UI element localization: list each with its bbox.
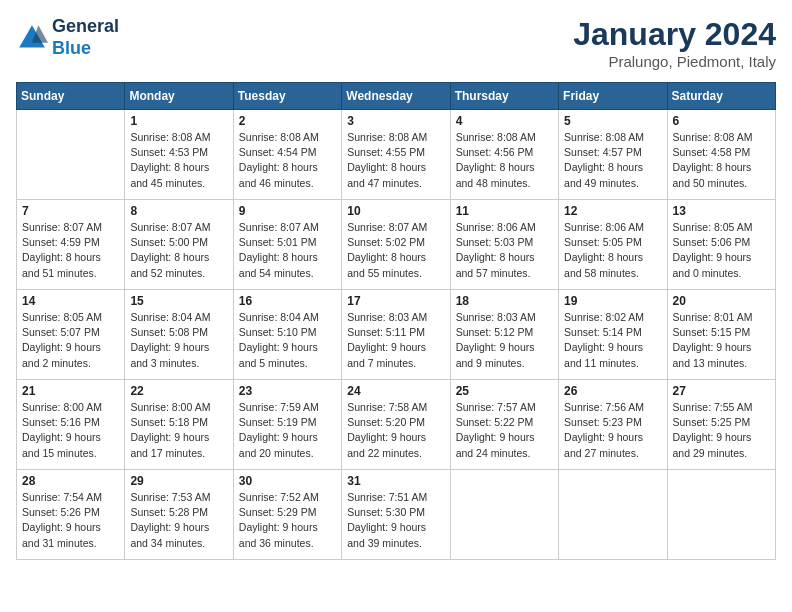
sunset-text: Sunset: 5:10 PM [239, 326, 317, 338]
calendar-cell: 8Sunrise: 8:07 AMSunset: 5:00 PMDaylight… [125, 200, 233, 290]
day-info: Sunrise: 7:59 AMSunset: 5:19 PMDaylight:… [239, 400, 336, 461]
sunrise-text: Sunrise: 8:00 AM [22, 401, 102, 413]
calendar-header-sunday: Sunday [17, 83, 125, 110]
calendar-table: SundayMondayTuesdayWednesdayThursdayFrid… [16, 82, 776, 560]
day-info: Sunrise: 7:56 AMSunset: 5:23 PMDaylight:… [564, 400, 661, 461]
sunrise-text: Sunrise: 8:08 AM [347, 131, 427, 143]
calendar-cell: 6Sunrise: 8:08 AMSunset: 4:58 PMDaylight… [667, 110, 775, 200]
day-number: 8 [130, 204, 227, 218]
calendar-cell: 9Sunrise: 8:07 AMSunset: 5:01 PMDaylight… [233, 200, 341, 290]
calendar-cell: 19Sunrise: 8:02 AMSunset: 5:14 PMDayligh… [559, 290, 667, 380]
calendar-cell: 22Sunrise: 8:00 AMSunset: 5:18 PMDayligh… [125, 380, 233, 470]
daylight-text: Daylight: 9 hours and 31 minutes. [22, 521, 101, 548]
day-number: 30 [239, 474, 336, 488]
day-number: 10 [347, 204, 444, 218]
sunrise-text: Sunrise: 8:06 AM [456, 221, 536, 233]
sunrise-text: Sunrise: 8:08 AM [130, 131, 210, 143]
sunrise-text: Sunrise: 7:58 AM [347, 401, 427, 413]
daylight-text: Daylight: 9 hours and 34 minutes. [130, 521, 209, 548]
calendar-cell [559, 470, 667, 560]
day-info: Sunrise: 8:07 AMSunset: 5:01 PMDaylight:… [239, 220, 336, 281]
daylight-text: Daylight: 9 hours and 13 minutes. [673, 341, 752, 368]
day-info: Sunrise: 8:02 AMSunset: 5:14 PMDaylight:… [564, 310, 661, 371]
day-number: 29 [130, 474, 227, 488]
day-info: Sunrise: 8:07 AMSunset: 4:59 PMDaylight:… [22, 220, 119, 281]
calendar-header-friday: Friday [559, 83, 667, 110]
day-info: Sunrise: 8:05 AMSunset: 5:07 PMDaylight:… [22, 310, 119, 371]
sunrise-text: Sunrise: 8:08 AM [456, 131, 536, 143]
calendar-cell: 16Sunrise: 8:04 AMSunset: 5:10 PMDayligh… [233, 290, 341, 380]
sunrise-text: Sunrise: 8:04 AM [239, 311, 319, 323]
sunrise-text: Sunrise: 7:51 AM [347, 491, 427, 503]
sunset-text: Sunset: 5:02 PM [347, 236, 425, 248]
calendar-cell: 4Sunrise: 8:08 AMSunset: 4:56 PMDaylight… [450, 110, 558, 200]
day-number: 19 [564, 294, 661, 308]
day-number: 12 [564, 204, 661, 218]
sunset-text: Sunset: 5:28 PM [130, 506, 208, 518]
sunrise-text: Sunrise: 8:07 AM [22, 221, 102, 233]
day-number: 22 [130, 384, 227, 398]
calendar-cell: 11Sunrise: 8:06 AMSunset: 5:03 PMDayligh… [450, 200, 558, 290]
sunrise-text: Sunrise: 7:52 AM [239, 491, 319, 503]
sunset-text: Sunset: 5:16 PM [22, 416, 100, 428]
day-number: 20 [673, 294, 770, 308]
day-number: 9 [239, 204, 336, 218]
sunrise-text: Sunrise: 8:04 AM [130, 311, 210, 323]
sunrise-text: Sunrise: 8:05 AM [22, 311, 102, 323]
day-info: Sunrise: 8:01 AMSunset: 5:15 PMDaylight:… [673, 310, 770, 371]
sunset-text: Sunset: 5:08 PM [130, 326, 208, 338]
sunrise-text: Sunrise: 8:01 AM [673, 311, 753, 323]
day-info: Sunrise: 8:05 AMSunset: 5:06 PMDaylight:… [673, 220, 770, 281]
daylight-text: Daylight: 9 hours and 29 minutes. [673, 431, 752, 458]
day-info: Sunrise: 8:00 AMSunset: 5:18 PMDaylight:… [130, 400, 227, 461]
daylight-text: Daylight: 9 hours and 0 minutes. [673, 251, 752, 278]
sunset-text: Sunset: 4:58 PM [673, 146, 751, 158]
calendar-week-4: 21Sunrise: 8:00 AMSunset: 5:16 PMDayligh… [17, 380, 776, 470]
daylight-text: Daylight: 9 hours and 15 minutes. [22, 431, 101, 458]
day-number: 21 [22, 384, 119, 398]
daylight-text: Daylight: 8 hours and 45 minutes. [130, 161, 209, 188]
day-number: 6 [673, 114, 770, 128]
sunset-text: Sunset: 5:07 PM [22, 326, 100, 338]
calendar-cell: 27Sunrise: 7:55 AMSunset: 5:25 PMDayligh… [667, 380, 775, 470]
daylight-text: Daylight: 9 hours and 9 minutes. [456, 341, 535, 368]
sunset-text: Sunset: 5:29 PM [239, 506, 317, 518]
daylight-text: Daylight: 9 hours and 36 minutes. [239, 521, 318, 548]
day-number: 2 [239, 114, 336, 128]
logo-icon [16, 22, 48, 54]
sunset-text: Sunset: 5:30 PM [347, 506, 425, 518]
calendar-cell: 29Sunrise: 7:53 AMSunset: 5:28 PMDayligh… [125, 470, 233, 560]
daylight-text: Daylight: 9 hours and 3 minutes. [130, 341, 209, 368]
calendar-header-tuesday: Tuesday [233, 83, 341, 110]
day-number: 5 [564, 114, 661, 128]
daylight-text: Daylight: 8 hours and 46 minutes. [239, 161, 318, 188]
day-number: 7 [22, 204, 119, 218]
day-info: Sunrise: 8:04 AMSunset: 5:08 PMDaylight:… [130, 310, 227, 371]
sunrise-text: Sunrise: 7:56 AM [564, 401, 644, 413]
sunrise-text: Sunrise: 8:07 AM [130, 221, 210, 233]
day-info: Sunrise: 7:57 AMSunset: 5:22 PMDaylight:… [456, 400, 553, 461]
sunset-text: Sunset: 4:56 PM [456, 146, 534, 158]
sunset-text: Sunset: 5:15 PM [673, 326, 751, 338]
day-number: 23 [239, 384, 336, 398]
logo-blue: Blue [52, 38, 91, 58]
day-number: 15 [130, 294, 227, 308]
sunrise-text: Sunrise: 8:03 AM [456, 311, 536, 323]
daylight-text: Daylight: 9 hours and 24 minutes. [456, 431, 535, 458]
day-number: 1 [130, 114, 227, 128]
calendar-cell: 5Sunrise: 8:08 AMSunset: 4:57 PMDaylight… [559, 110, 667, 200]
day-number: 3 [347, 114, 444, 128]
daylight-text: Daylight: 8 hours and 49 minutes. [564, 161, 643, 188]
sunrise-text: Sunrise: 7:53 AM [130, 491, 210, 503]
daylight-text: Daylight: 8 hours and 54 minutes. [239, 251, 318, 278]
sunrise-text: Sunrise: 7:54 AM [22, 491, 102, 503]
sunset-text: Sunset: 5:18 PM [130, 416, 208, 428]
day-number: 25 [456, 384, 553, 398]
calendar-cell: 13Sunrise: 8:05 AMSunset: 5:06 PMDayligh… [667, 200, 775, 290]
daylight-text: Daylight: 9 hours and 22 minutes. [347, 431, 426, 458]
sunrise-text: Sunrise: 8:07 AM [239, 221, 319, 233]
sunrise-text: Sunrise: 7:59 AM [239, 401, 319, 413]
calendar-cell: 14Sunrise: 8:05 AMSunset: 5:07 PMDayligh… [17, 290, 125, 380]
calendar-header-monday: Monday [125, 83, 233, 110]
daylight-text: Daylight: 9 hours and 5 minutes. [239, 341, 318, 368]
